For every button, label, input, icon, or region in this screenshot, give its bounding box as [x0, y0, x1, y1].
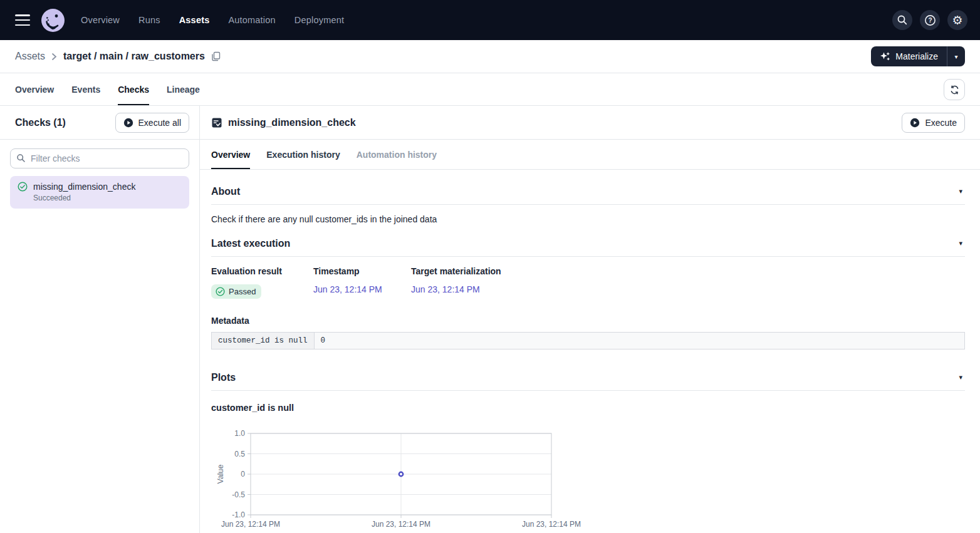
latest-execution-heading: Latest execution [211, 238, 290, 249]
tab-execution-history[interactable]: Execution history [266, 140, 340, 169]
about-section-header: About ▾ [211, 179, 965, 205]
check-name: missing_dimension_check [33, 182, 135, 192]
value-scatter-chart: 1.00.50-0.5-1.0Jun 23, 12:14 PMJun 23, 1… [216, 428, 965, 531]
check-detail-panel: missing_dimension_check Execute Overview… [200, 106, 980, 533]
execute-label: Execute [925, 118, 957, 128]
check-list-item[interactable]: missing_dimension_check Succeeded [10, 176, 189, 209]
target-materialization-label: Target materialization [411, 266, 501, 276]
metadata-key: customer_id is null [212, 333, 315, 349]
check-detail-tab-bar: Overview Execution history Automation hi… [200, 140, 980, 170]
tab-lineage[interactable]: Lineage [167, 73, 200, 105]
nav-item-automation[interactable]: Automation [228, 15, 275, 25]
check-circle-icon [18, 182, 28, 192]
nav-item-overview[interactable]: Overview [81, 15, 120, 25]
plots-heading: Plots [211, 372, 236, 383]
search-icon [16, 153, 26, 165]
plot-title: customer_id is null [211, 403, 965, 413]
nav-item-deployment[interactable]: Deployment [295, 15, 344, 25]
asset-tab-bar: Overview Events Checks Lineage [0, 73, 980, 105]
nav-item-assets[interactable]: Assets [179, 15, 210, 25]
execute-all-label: Execute all [138, 118, 181, 128]
metadata-table: customer_id is null 0 [211, 332, 965, 349]
execute-button[interactable]: Execute [902, 113, 965, 133]
tab-check-overview[interactable]: Overview [211, 140, 250, 169]
timestamp-label: Timestamp [313, 266, 411, 276]
svg-text:0.5: 0.5 [234, 450, 245, 458]
hamburger-menu-icon[interactable] [15, 14, 30, 26]
refresh-icon [949, 85, 960, 95]
checks-panel-title: Checks (1) [15, 117, 66, 128]
latest-execution-section-header: Latest execution ▾ [211, 230, 965, 257]
chevron-down-icon: ▾ [959, 373, 962, 381]
tab-checks[interactable]: Checks [118, 73, 149, 105]
gear-icon: ⚙ [952, 14, 962, 26]
svg-text:-1.0: -1.0 [232, 510, 245, 519]
sparkle-icon [880, 51, 890, 62]
top-nav: Overview Runs Assets Automation Deployme… [0, 0, 980, 40]
materialize-split-button: Materialize ▾ [871, 46, 965, 66]
svg-text:0: 0 [241, 470, 245, 479]
about-description: Check if there are any null customer_ids… [211, 214, 965, 224]
collapse-latest-execution-button[interactable]: ▾ [956, 239, 965, 247]
svg-text:Jun 23, 12:14 PM: Jun 23, 12:14 PM [522, 520, 581, 529]
help-button[interactable]: ? [920, 10, 940, 30]
materialize-button[interactable]: Materialize [871, 46, 947, 66]
svg-text:Value: Value [216, 464, 225, 484]
check-status: Succeeded [33, 194, 182, 202]
play-icon [123, 118, 133, 128]
tab-overview[interactable]: Overview [15, 73, 54, 105]
main-nav-links: Overview Runs Assets Automation Deployme… [81, 15, 344, 25]
timestamp-link[interactable]: Jun 23, 12:14 PM [313, 284, 382, 294]
tab-events[interactable]: Events [71, 73, 100, 105]
metadata-heading: Metadata [211, 316, 965, 326]
chevron-right-icon [51, 53, 57, 61]
refresh-button[interactable] [944, 79, 965, 100]
materialize-label: Materialize [895, 51, 938, 61]
settings-button[interactable]: ⚙ [947, 10, 967, 30]
chevron-down-icon: ▾ [959, 239, 962, 247]
about-heading: About [211, 186, 240, 197]
passed-status-badge: Passed [211, 284, 261, 299]
asset-check-icon [211, 117, 222, 128]
svg-text:Jun 23, 12:14 PM: Jun 23, 12:14 PM [372, 520, 430, 529]
plots-section-header: Plots ▾ [211, 365, 965, 391]
collapse-about-button[interactable]: ▾ [956, 187, 965, 195]
svg-text:1.0: 1.0 [234, 429, 245, 438]
execute-all-button[interactable]: Execute all [115, 113, 189, 133]
breadcrumb-assets-link[interactable]: Assets [15, 51, 45, 62]
metadata-value: 0 [314, 333, 964, 349]
nav-item-runs[interactable]: Runs [138, 15, 160, 25]
svg-text:Jun 23, 12:14 PM: Jun 23, 12:14 PM [221, 520, 280, 529]
check-circle-icon [216, 287, 225, 296]
metadata-row: customer_id is null 0 [212, 333, 965, 349]
collapse-plots-button[interactable]: ▾ [956, 373, 965, 381]
copy-icon [211, 51, 221, 61]
materialize-dropdown-button[interactable]: ▾ [947, 46, 965, 66]
breadcrumb-bar: Assets target / main / raw_customers Mat… [0, 40, 980, 73]
copy-path-button[interactable] [211, 51, 221, 61]
svg-text:?: ? [928, 17, 932, 24]
svg-text:-0.5: -0.5 [232, 490, 245, 499]
checks-sidebar: Checks (1) Execute all [0, 106, 200, 533]
search-button[interactable] [892, 10, 912, 30]
filter-checks-input[interactable] [10, 148, 189, 168]
tab-automation-history[interactable]: Automation history [357, 140, 437, 169]
chevron-down-icon: ▾ [959, 187, 962, 195]
play-icon [910, 118, 920, 128]
passed-label: Passed [229, 287, 256, 296]
chevron-down-icon: ▾ [954, 53, 957, 60]
target-materialization-link[interactable]: Jun 23, 12:14 PM [411, 284, 480, 294]
check-detail-title: missing_dimension_check [228, 117, 356, 128]
breadcrumb-asset-path: target / main / raw_customers [63, 51, 205, 62]
dagster-logo-icon[interactable] [41, 9, 65, 32]
help-icon: ? [924, 14, 936, 26]
search-icon [897, 14, 908, 26]
evaluation-result-label: Evaluation result [211, 266, 313, 276]
